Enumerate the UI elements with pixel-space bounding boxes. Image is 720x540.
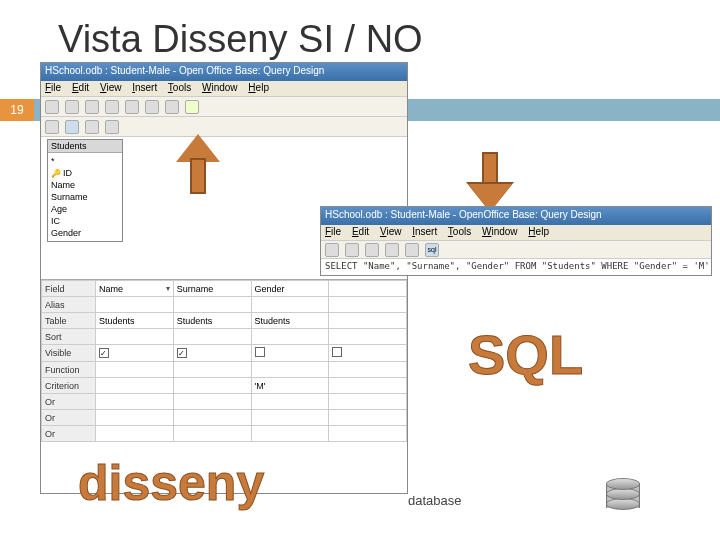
label-database: database bbox=[408, 493, 462, 508]
slide-title: Vista Disseny SI / NO bbox=[58, 18, 423, 61]
menu-tools-2[interactable]: Tools bbox=[448, 226, 471, 237]
titlebar: HSchool.odb : Student-Male - Open Office… bbox=[41, 63, 407, 81]
switch-view-icon[interactable] bbox=[185, 100, 199, 114]
save-icon-2[interactable] bbox=[325, 243, 339, 257]
row-sort: Sort bbox=[42, 329, 96, 345]
copy-icon-2[interactable] bbox=[365, 243, 379, 257]
menu-tools[interactable]: Tools bbox=[168, 82, 191, 93]
menu-view-2[interactable]: View bbox=[380, 226, 402, 237]
row-or2: Or bbox=[42, 410, 96, 426]
grid-field-2[interactable]: Gender bbox=[251, 281, 329, 297]
row-criterion: Criterion bbox=[42, 378, 96, 394]
field-gender[interactable]: Gender bbox=[51, 227, 119, 239]
field-surname[interactable]: Surname bbox=[51, 191, 119, 203]
grid-field-1[interactable]: Surname bbox=[173, 281, 251, 297]
menu-help[interactable]: Help bbox=[248, 82, 269, 93]
addtable-icon[interactable] bbox=[45, 120, 59, 134]
toolbar-1 bbox=[41, 97, 407, 117]
query-design-window: HSchool.odb : Student-Male - Open Office… bbox=[40, 62, 408, 494]
sql-window: HSchool.odb : Student-Male - OpenOffice … bbox=[320, 206, 712, 276]
field-age[interactable]: Age bbox=[51, 203, 119, 215]
grid-criterion-2[interactable]: 'M' bbox=[251, 378, 329, 394]
menu-window[interactable]: Window bbox=[202, 82, 238, 93]
row-function: Function bbox=[42, 362, 96, 378]
grid-field-0[interactable]: Name bbox=[95, 281, 173, 297]
field-id[interactable]: ID bbox=[51, 167, 119, 179]
run-icon-2[interactable] bbox=[405, 243, 419, 257]
grid-visible-2[interactable] bbox=[251, 345, 329, 362]
alias-icon[interactable] bbox=[105, 120, 119, 134]
table-box-title: Students bbox=[48, 140, 122, 153]
sql-toolbar: sql bbox=[321, 241, 711, 259]
page-number: 19 bbox=[0, 99, 34, 121]
menu-file-2[interactable]: File bbox=[325, 226, 341, 237]
cut-icon-2[interactable] bbox=[345, 243, 359, 257]
row-table: Table bbox=[42, 313, 96, 329]
table-field-list[interactable]: * ID Name Surname Age IC Gender bbox=[48, 153, 122, 241]
menu-edit[interactable]: Edit bbox=[72, 82, 89, 93]
sql-icon[interactable]: sql bbox=[425, 243, 439, 257]
sql-titlebar: HSchool.odb : Student-Male - OpenOffice … bbox=[321, 207, 711, 225]
database-icon bbox=[600, 474, 646, 520]
row-visible: Visible bbox=[42, 345, 96, 362]
label-sql: SQL bbox=[468, 322, 583, 387]
toolbar-2 bbox=[41, 117, 407, 137]
row-field: Field bbox=[42, 281, 96, 297]
field-name[interactable]: Name bbox=[51, 179, 119, 191]
sql-menubar[interactable]: File Edit View Insert Tools Window Help bbox=[321, 225, 711, 241]
field-ic[interactable]: IC bbox=[51, 215, 119, 227]
label-disseny: disseny bbox=[78, 454, 264, 512]
table-box[interactable]: Students * ID Name Surname Age IC Gender bbox=[47, 139, 123, 242]
copy-icon[interactable] bbox=[85, 100, 99, 114]
arrow-up-icon bbox=[176, 134, 220, 194]
grid-table-1[interactable]: Students bbox=[173, 313, 251, 329]
arrow-down-icon bbox=[468, 152, 512, 212]
menu-file[interactable]: FFileile bbox=[45, 82, 61, 93]
menu-view[interactable]: View bbox=[100, 82, 122, 93]
grid-visible-0[interactable]: ✓ bbox=[95, 345, 173, 362]
distinct-icon[interactable] bbox=[85, 120, 99, 134]
grid-table-0[interactable]: Students bbox=[95, 313, 173, 329]
paste-icon[interactable] bbox=[105, 100, 119, 114]
grid-table-2[interactable]: Students bbox=[251, 313, 329, 329]
menu-help-2[interactable]: Help bbox=[528, 226, 549, 237]
menu-window-2[interactable]: Window bbox=[482, 226, 518, 237]
row-alias: Alias bbox=[42, 297, 96, 313]
menu-insert-2[interactable]: Insert bbox=[412, 226, 437, 237]
grid-visible-1[interactable]: ✓ bbox=[173, 345, 251, 362]
undo-icon-2[interactable] bbox=[385, 243, 399, 257]
save-icon[interactable] bbox=[45, 100, 59, 114]
redo-icon[interactable] bbox=[145, 100, 159, 114]
sql-text[interactable]: SELECT "Name", "Surname", "Gender" FROM … bbox=[321, 259, 711, 273]
menu-insert[interactable]: Insert bbox=[132, 82, 157, 93]
grid-table[interactable]: Field Name Surname Gender Alias Table St… bbox=[41, 280, 407, 442]
function-icon[interactable] bbox=[65, 120, 79, 134]
field-asterisk[interactable]: * bbox=[51, 155, 119, 167]
menu-edit-2[interactable]: Edit bbox=[352, 226, 369, 237]
row-or3: Or bbox=[42, 426, 96, 442]
menubar[interactable]: FFileile Edit View Insert Tools Window H… bbox=[41, 81, 407, 97]
run-icon[interactable] bbox=[165, 100, 179, 114]
cut-icon[interactable] bbox=[65, 100, 79, 114]
undo-icon[interactable] bbox=[125, 100, 139, 114]
row-or1: Or bbox=[42, 394, 96, 410]
